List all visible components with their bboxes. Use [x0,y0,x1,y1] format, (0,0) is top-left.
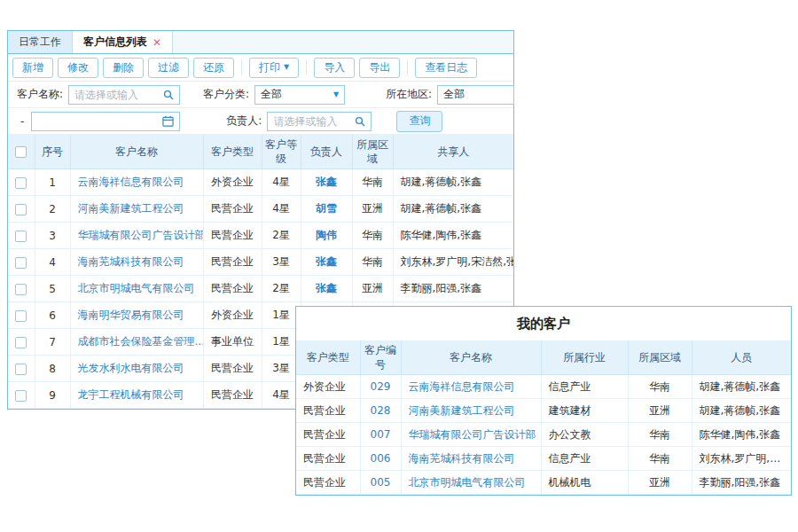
staff: 胡建,蒋德帧,张鑫 [692,399,791,423]
row-checkbox[interactable] [15,231,27,242]
search-icon[interactable] [163,90,174,100]
owner-input[interactable] [273,115,351,128]
shared-people: 刘东林,罗广明,宋洁然,张鑫 [393,249,513,276]
customer-name-link[interactable]: 北京市明城电气有限公司 [70,276,203,302]
col-customer-name: 客户名称 [70,135,203,169]
industry: 办公文教 [541,423,628,447]
table-header-row: 序号 客户名称 客户类型 客户等级 负责人 所属区域 共享人 [8,135,513,169]
customer-type: 民营企业 [203,196,262,223]
date-field[interactable] [31,112,180,131]
search-icon[interactable] [355,116,365,127]
col-shared: 共享人 [393,135,513,169]
customer-name-link[interactable]: 成都市社会保险基金管理... [70,329,203,356]
tab-label: 日常工作 [19,35,61,48]
query-button[interactable]: 查询 [396,111,442,132]
customer-code-link[interactable]: 007 [360,423,401,447]
toolbar: 新增 修改 删除 过滤 还原 打印▼ 导入 导出 查看日志 [8,54,513,82]
my-customers-panel: 我的客户 客户类型 客户编号 客户名称 所属行业 所属区域 人员 外资企业 02… [295,306,792,496]
owner-link[interactable]: 胡雪 [301,196,352,223]
date-input[interactable] [37,115,159,128]
filter-row-2: - 负责人: 查询 [8,108,513,135]
col-region: 所属区域 [628,340,692,375]
customer-name-link[interactable]: 华瑞城有限公司广告设计部 [70,223,203,249]
customer-level: 2星 [262,276,301,302]
col-customer-code: 客户编号 [360,340,401,375]
table-row[interactable]: 民营企业 006 海南芜城科技有限公司 信息产业 华南 刘东林,罗广明,宋洁然,… [296,447,791,471]
table-row[interactable]: 外资企业 029 云南海祥信息有限公司 信息产业 华南 胡建,蒋德帧,张鑫 [296,375,791,399]
delete-button[interactable]: 删除 [103,58,144,78]
customer-name-link[interactable]: 光发水利水电有限公司 [70,356,203,382]
col-region: 所属区域 [352,135,393,169]
customer-type: 事业单位 [203,329,262,356]
calendar-icon[interactable] [162,115,174,127]
view-log-button[interactable]: 查看日志 [415,58,477,78]
region: 亚洲 [628,471,692,495]
row-checkbox[interactable] [15,337,27,348]
customer-name-link[interactable]: 海南芜城科技有限公司 [401,447,541,471]
close-icon[interactable]: ✕ [153,37,161,48]
row-checkbox[interactable] [15,177,27,189]
owner-field[interactable] [267,112,372,131]
customer-name-link[interactable]: 华瑞城有限公司广告设计部 [401,423,541,447]
customer-name-link[interactable]: 河南美新建筑工程公司 [70,196,203,223]
staff: 陈华健,陶伟,张鑫 [692,423,791,447]
region: 华南 [352,249,393,276]
row-checkbox[interactable] [15,204,27,215]
region: 亚洲 [352,196,393,223]
import-button[interactable]: 导入 [314,58,355,78]
customer-type: 民营企业 [203,356,262,382]
table-row[interactable]: 5 北京市明城电气有限公司 民营企业 2星 张鑫 亚洲 李勤丽,阳强,张鑫 [8,276,513,302]
row-checkbox[interactable] [15,257,27,269]
customer-level: 4星 [262,169,301,196]
row-checkbox[interactable] [15,284,27,295]
customer-name-link[interactable]: 海南明华贸易有限公司 [70,302,203,329]
col-index: 序号 [35,135,70,169]
table-row[interactable]: 2 河南美新建筑工程公司 民营企业 4星 胡雪 亚洲 胡建,蒋德帧,张鑫 [8,196,513,223]
customer-code-link[interactable]: 005 [360,471,401,495]
print-button[interactable]: 打印▼ [249,58,299,78]
table-row[interactable]: 1 云南海祥信息有限公司 外资企业 4星 张鑫 华南 胡建,蒋德帧,张鑫 [8,169,513,196]
filter-button[interactable]: 过滤 [148,58,189,78]
customer-name-link[interactable]: 龙宇工程机械有限公司 [70,382,203,409]
customer-type: 外资企业 [203,302,262,329]
row-checkbox[interactable] [15,310,27,322]
tab-daily-work[interactable]: 日常工作 [8,31,73,53]
customer-name-input[interactable] [74,89,160,101]
restore-button[interactable]: 还原 [193,58,234,78]
region: 华南 [352,169,393,196]
customer-code-link[interactable]: 028 [360,399,401,423]
region-select[interactable]: 全部 [437,85,514,105]
customer-code-link[interactable]: 029 [360,375,401,399]
customer-name-link[interactable]: 河南美新建筑工程公司 [401,399,541,423]
date-range-separator: - [20,115,24,128]
table-row[interactable]: 民营企业 007 华瑞城有限公司广告设计部 办公文教 华南 陈华健,陶伟,张鑫 [296,423,791,447]
row-index: 9 [35,382,70,409]
customer-name-link[interactable]: 北京市明城电气有限公司 [401,471,541,495]
tab-customer-list[interactable]: 客户信息列表 ✕ [73,31,173,53]
owner-link[interactable]: 张鑫 [301,276,352,302]
customer-name-link[interactable]: 海南芜城科技有限公司 [70,249,203,276]
customer-name-link[interactable]: 云南海祥信息有限公司 [70,169,203,196]
table-row[interactable]: 4 海南芜城科技有限公司 民营企业 3星 张鑫 华南 刘东林,罗广明,宋洁然,张… [8,249,513,276]
owner-link[interactable]: 张鑫 [301,249,352,276]
customer-name-field[interactable] [68,85,180,105]
row-checkbox[interactable] [15,390,27,402]
row-checkbox[interactable] [15,364,27,375]
toolbar-divider [241,59,242,75]
customer-name-link[interactable]: 云南海祥信息有限公司 [401,375,541,399]
export-button[interactable]: 导出 [359,58,400,78]
owner-link[interactable]: 陶伟 [301,223,352,249]
customer-category-select[interactable]: 全部 ▼ [254,85,345,105]
customer-level: 4星 [262,196,301,223]
select-all-checkbox[interactable] [15,146,27,158]
add-button[interactable]: 新增 [12,58,53,78]
owner-link[interactable]: 张鑫 [301,169,352,196]
edit-button[interactable]: 修改 [58,58,98,78]
region-filter-label: 所在地区: [386,87,432,102]
customer-code-link[interactable]: 006 [360,447,401,471]
region: 华南 [352,223,393,249]
table-row[interactable]: 民营企业 028 河南美新建筑工程公司 建筑建材 亚洲 胡建,蒋德帧,张鑫 [296,399,791,423]
table-row[interactable]: 3 华瑞城有限公司广告设计部 民营企业 2星 陶伟 华南 陈华健,陶伟,张鑫 [8,223,513,249]
tab-bar: 日常工作 客户信息列表 ✕ [8,31,513,54]
table-row[interactable]: 民营企业 005 北京市明城电气有限公司 机械机电 亚洲 李勤丽,阳强,张鑫 [296,471,791,495]
